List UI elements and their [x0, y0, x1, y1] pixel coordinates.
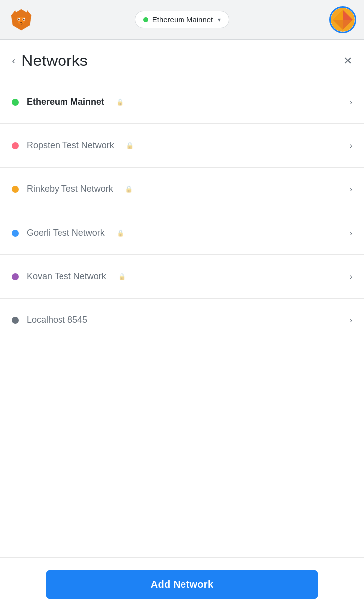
network-dot-ropsten	[12, 142, 19, 149]
network-item-left-ethereum-mainnet: Ethereum Mainnet🔒	[12, 97, 350, 107]
network-item-left-rinkeby: Rinkeby Test Network🔒	[12, 184, 350, 194]
network-dot-ethereum-mainnet	[12, 99, 19, 106]
lock-icon-goerli: 🔒	[117, 229, 124, 237]
chevron-right-icon-ethereum-mainnet: ›	[350, 98, 352, 107]
network-selector[interactable]: Ethereum Mainnet ▾	[135, 11, 230, 28]
networks-page-header: ‹ Networks ✕	[0, 40, 364, 80]
network-item-left-goerli: Goerli Test Network🔒	[12, 228, 350, 238]
network-item-left-kovan: Kovan Test Network🔒	[12, 271, 350, 282]
svg-point-6	[18, 18, 20, 20]
back-button[interactable]: ‹	[12, 55, 15, 67]
svg-point-8	[20, 22, 22, 23]
page-title: Networks	[21, 52, 87, 70]
network-name-kovan: Kovan Test Network	[27, 271, 106, 282]
network-item-kovan[interactable]: Kovan Test Network🔒›	[0, 255, 364, 299]
lock-icon-ethereum-mainnet: 🔒	[116, 98, 124, 106]
network-name-localhost: Localhost 8545	[27, 315, 87, 325]
chevron-right-icon-kovan: ›	[350, 272, 352, 281]
network-list: Ethereum Mainnet🔒›Ropsten Test Network🔒›…	[0, 80, 364, 557]
network-status-dot	[143, 17, 148, 22]
network-name-ethereum-mainnet: Ethereum Mainnet	[27, 97, 104, 107]
network-item-goerli[interactable]: Goerli Test Network🔒›	[0, 211, 364, 255]
metamask-logo	[8, 6, 35, 33]
network-name-ropsten: Ropsten Test Network	[27, 140, 114, 151]
avatar-image	[331, 8, 355, 32]
network-name-goerli: Goerli Test Network	[27, 228, 105, 238]
chevron-right-icon-localhost: ›	[350, 316, 352, 325]
lock-icon-rinkeby: 🔒	[125, 185, 133, 193]
network-dot-goerli	[12, 230, 19, 237]
network-item-rinkeby[interactable]: Rinkeby Test Network🔒›	[0, 168, 364, 211]
network-item-left-localhost: Localhost 8545	[12, 315, 350, 325]
add-network-section: Add Network	[0, 557, 364, 611]
network-item-ropsten[interactable]: Ropsten Test Network🔒›	[0, 124, 364, 168]
chevron-right-icon-goerli: ›	[350, 229, 352, 238]
add-network-button[interactable]: Add Network	[46, 570, 318, 599]
account-avatar[interactable]	[329, 6, 356, 33]
lock-icon-kovan: 🔒	[118, 273, 126, 280]
network-item-left-ropsten: Ropsten Test Network🔒	[12, 140, 350, 151]
network-dot-kovan	[12, 273, 19, 280]
network-name-rinkeby: Rinkeby Test Network	[27, 184, 113, 194]
network-item-localhost[interactable]: Localhost 8545›	[0, 299, 364, 342]
app-header: Ethereum Mainnet ▾	[0, 0, 364, 40]
chevron-right-icon-ropsten: ›	[350, 141, 352, 150]
close-button[interactable]: ✕	[343, 55, 352, 67]
header-left: ‹ Networks	[12, 52, 88, 70]
svg-point-7	[23, 18, 25, 20]
lock-icon-ropsten: 🔒	[126, 142, 134, 149]
main-content: ‹ Networks ✕ Ethereum Mainnet🔒›Ropsten T…	[0, 40, 364, 611]
network-dot-localhost	[12, 317, 19, 324]
network-dot-rinkeby	[12, 186, 19, 193]
network-item-ethereum-mainnet[interactable]: Ethereum Mainnet🔒›	[0, 80, 364, 124]
chevron-down-icon: ▾	[218, 16, 221, 23]
chevron-right-icon-rinkeby: ›	[350, 185, 352, 194]
network-selector-label: Ethereum Mainnet	[152, 15, 213, 24]
